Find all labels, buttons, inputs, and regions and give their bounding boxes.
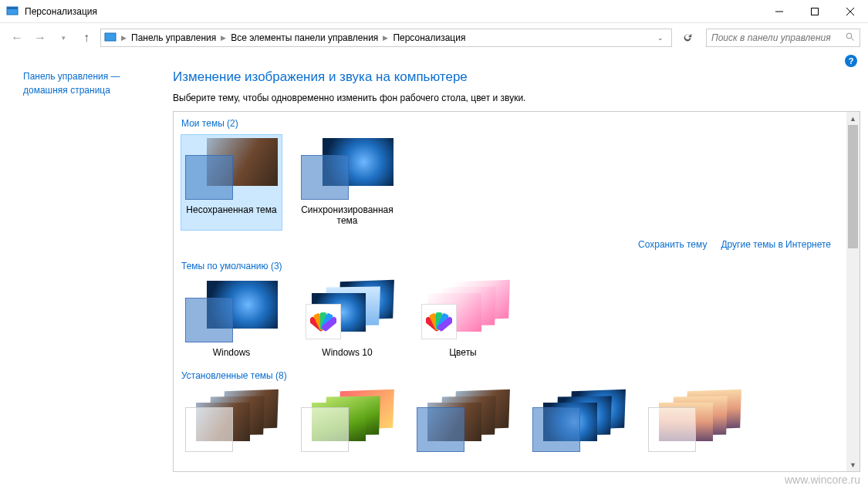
- title-bar: Персонализация: [0, 0, 868, 23]
- app-icon: [6, 5, 19, 18]
- theme-item[interactable]: [297, 387, 397, 460]
- sidebar: Панель управления — домашняя страница: [0, 69, 170, 489]
- theme-color-swatch: [185, 298, 233, 342]
- theme-color-swatch: [301, 155, 349, 200]
- section-default-themes: Темы по умолчанию (3) Windows: [181, 261, 839, 361]
- section-my-themes: Мои темы (2) Несохраненная тема: [181, 118, 839, 250]
- theme-color-swatch: [301, 407, 349, 452]
- theme-color-swatch: [185, 407, 233, 452]
- search-icon[interactable]: [846, 31, 855, 45]
- window-controls: [762, 0, 868, 22]
- color-fan-icon: [306, 304, 341, 339]
- color-fan-icon: [421, 304, 457, 339]
- theme-color-swatch: [417, 407, 464, 452]
- theme-label: Windows: [181, 347, 282, 358]
- theme-color-swatch: [648, 407, 696, 452]
- breadcrumb-item[interactable]: Панель управления: [131, 32, 216, 43]
- control-panel-icon: [104, 32, 117, 44]
- section-installed-themes: Установленные темы (8): [181, 370, 839, 471]
- theme-item[interactable]: [529, 387, 629, 460]
- theme-item[interactable]: [413, 387, 513, 460]
- theme-color-swatch: [185, 155, 233, 200]
- breadcrumb-separator-icon: ▶: [121, 34, 127, 42]
- forward-button[interactable]: →: [31, 29, 49, 47]
- section-header: Мои темы (2): [181, 118, 839, 129]
- maximize-button[interactable]: [797, 0, 833, 22]
- page-subtitle: Выберите тему, чтобы одновременно измени…: [173, 93, 860, 103]
- scroll-up-icon[interactable]: ▲: [846, 112, 860, 125]
- search-input[interactable]: [711, 32, 846, 43]
- svg-point-7: [846, 33, 852, 39]
- svg-rect-1: [7, 7, 18, 9]
- scroll-track[interactable]: [846, 125, 860, 458]
- page-heading: Изменение изображения и звука на компьют…: [173, 69, 860, 85]
- theme-label: Синхронизированная тема: [297, 204, 397, 227]
- svg-rect-6: [105, 33, 116, 41]
- close-button[interactable]: [833, 0, 868, 22]
- back-button[interactable]: ←: [8, 29, 26, 47]
- theme-item[interactable]: Синхронизированная тема: [297, 135, 397, 230]
- section-header: Темы по умолчанию (3): [181, 261, 839, 271]
- help-row: ?: [0, 52, 868, 69]
- recent-dropdown[interactable]: ▾: [54, 29, 73, 47]
- theme-item[interactable]: [181, 387, 282, 460]
- svg-line-8: [852, 39, 854, 41]
- scroll-thumb[interactable]: [848, 125, 858, 248]
- svg-rect-3: [812, 8, 819, 15]
- address-bar[interactable]: ▶ Панель управления ▶ Все элементы панел…: [100, 29, 672, 47]
- theme-color-swatch: [532, 407, 580, 452]
- save-theme-link[interactable]: Сохранить тему: [638, 239, 707, 250]
- address-dropdown-icon[interactable]: ⌄: [657, 34, 664, 42]
- control-panel-home-link[interactable]: Панель управления — домашняя страница: [23, 71, 120, 96]
- panel-scrollbar[interactable]: ▲ ▼: [846, 112, 860, 471]
- scroll-down-icon[interactable]: ▼: [846, 458, 860, 471]
- minimize-button[interactable]: [762, 0, 797, 22]
- themes-panel: Мои темы (2) Несохраненная тема: [173, 111, 860, 472]
- up-button[interactable]: ↑: [77, 29, 96, 47]
- window-title: Персонализация: [25, 6, 762, 17]
- more-themes-link[interactable]: Другие темы в Интернете: [721, 239, 831, 250]
- theme-item[interactable]: [644, 387, 745, 460]
- theme-item[interactable]: Windows: [181, 278, 282, 361]
- breadcrumb-item[interactable]: Персонализация: [393, 32, 465, 43]
- theme-label: Цветы: [413, 347, 513, 358]
- help-icon[interactable]: ?: [845, 55, 857, 67]
- breadcrumb-separator-icon: ▶: [383, 34, 388, 42]
- main-content: Изменение изображения и звука на компьют…: [170, 69, 868, 489]
- breadcrumb-separator-icon: ▶: [221, 34, 226, 42]
- theme-label: Windows 10: [297, 347, 397, 358]
- theme-label: Несохраненная тема: [181, 204, 282, 215]
- search-box[interactable]: [706, 29, 860, 47]
- nav-bar: ← → ▾ ↑ ▶ Панель управления ▶ Все элемен…: [0, 23, 868, 52]
- theme-item[interactable]: Windows 10: [297, 278, 397, 361]
- theme-item[interactable]: Несохраненная тема: [181, 135, 282, 230]
- theme-item[interactable]: Цветы: [413, 278, 513, 361]
- section-header: Установленные темы (8): [181, 370, 839, 381]
- breadcrumb-item[interactable]: Все элементы панели управления: [231, 32, 378, 43]
- watermark: www.wincore.ru: [785, 474, 860, 486]
- refresh-button[interactable]: [678, 29, 697, 47]
